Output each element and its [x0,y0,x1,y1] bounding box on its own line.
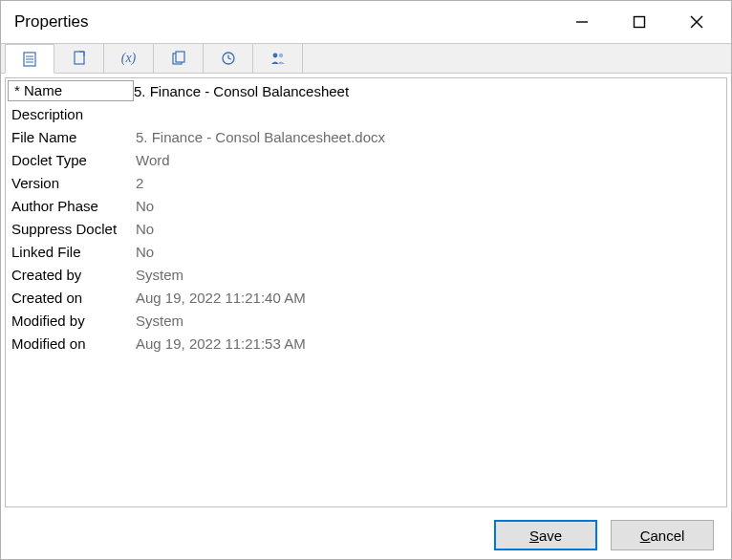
row-version: Version 2 [6,172,726,195]
minimize-button[interactable] [563,3,601,41]
value-file-name: 5. Finance - Consol Balancesheet.docx [136,126,726,149]
value-created-by: System [136,264,726,287]
tab-properties[interactable] [5,44,54,74]
svg-rect-8 [75,52,84,64]
value-suppress-doclet: No [136,218,726,241]
minimize-icon [575,15,589,29]
label-created-on: Created on [6,287,136,310]
row-modified-on: Modified on Aug 19, 2022 11:21:53 AM [6,333,726,355]
label-version: Version [6,172,136,195]
label-suppress-doclet: Suppress Doclet [6,218,136,241]
svg-rect-10 [176,52,184,62]
row-name: * Name 5. Finance - Consol Balancesheet [6,80,726,103]
properties-sheet-icon [22,52,37,67]
label-name: * Name [8,80,134,101]
value-modified-on: Aug 19, 2022 11:21:53 AM [136,333,726,355]
value-linked-file: No [136,241,726,264]
label-description: Description [6,103,136,126]
page-link-icon [72,51,87,66]
value-author-phase: No [136,195,726,218]
row-file-name: File Name 5. Finance - Consol Balanceshe… [6,126,726,149]
row-created-on: Created on Aug 19, 2022 11:21:40 AM [6,287,726,310]
row-linked-file: Linked File No [6,241,726,264]
value-version: 2 [136,172,726,195]
button-bar: Save Cancel [1,511,731,559]
tab-attributes[interactable] [154,44,204,73]
people-icon [269,51,287,66]
window-controls [563,1,731,43]
tab-history[interactable] [204,44,253,73]
cancel-button-label: Cancel [640,528,685,544]
tab-actors[interactable] [253,44,303,73]
row-created-by: Created by System [6,264,726,287]
label-file-name: File Name [6,126,136,149]
close-button[interactable] [678,3,716,41]
cancel-button[interactable]: Cancel [611,520,714,550]
label-linked-file: Linked File [6,241,136,264]
variable-x-icon: (x) [121,51,137,66]
clock-icon [221,51,236,66]
save-button[interactable]: Save [494,520,597,550]
value-created-on: Aug 19, 2022 11:21:40 AM [136,287,726,310]
maximize-icon [633,15,646,29]
label-modified-by: Modified by [6,310,136,333]
window-title: Properties [14,12,88,32]
row-author-phase: Author Phase No [6,195,726,218]
titlebar: Properties [1,1,731,43]
row-modified-by: Modified by System [6,310,726,333]
save-button-label: Save [529,528,562,544]
row-suppress-doclet: Suppress Doclet No [6,218,726,241]
properties-dialog: Properties [0,0,732,560]
row-description: Description [6,103,726,126]
row-doclet-type: Doclet Type Word [6,149,726,172]
svg-point-15 [278,54,282,57]
maximize-button[interactable] [620,3,658,41]
close-icon [690,15,703,29]
svg-point-14 [272,54,277,58]
label-created-by: Created by [6,264,136,287]
tab-embedded[interactable] [54,44,104,73]
value-description[interactable] [136,103,726,126]
label-modified-on: Modified on [6,333,136,355]
value-modified-by: System [136,310,726,333]
label-author-phase: Author Phase [6,195,136,218]
value-name[interactable]: 5. Finance - Consol Balancesheet [134,80,726,103]
label-doclet-type: Doclet Type [6,149,136,172]
tab-variables[interactable]: (x) [104,44,154,73]
property-grid: * Name 5. Finance - Consol Balancesheet … [5,77,727,507]
tab-bar: (x) [1,43,731,74]
svg-line-13 [228,58,231,59]
svg-rect-1 [635,17,645,28]
value-doclet-type: Word [136,149,726,172]
copy-sheet-icon [171,51,186,66]
